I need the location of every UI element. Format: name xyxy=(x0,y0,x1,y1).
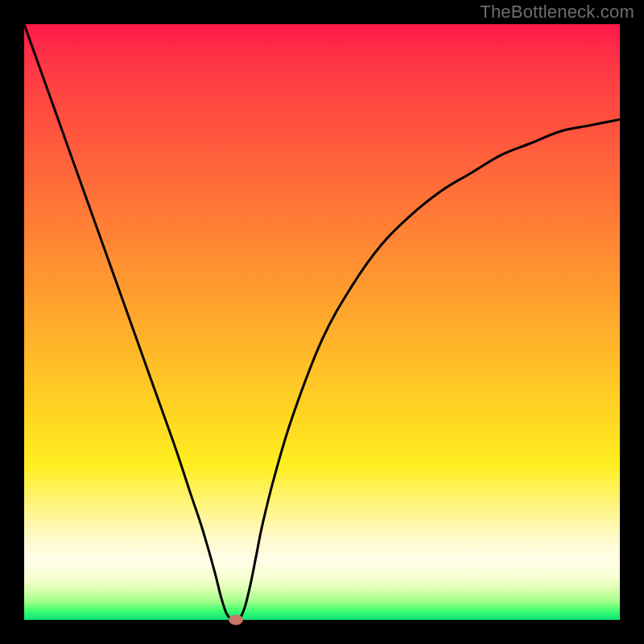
plot-area xyxy=(24,24,620,620)
optimum-marker xyxy=(229,615,243,625)
watermark-text: TheBottleneck.com xyxy=(480,2,634,23)
bottleneck-curve xyxy=(24,24,620,620)
chart-frame: TheBottleneck.com xyxy=(0,0,644,644)
